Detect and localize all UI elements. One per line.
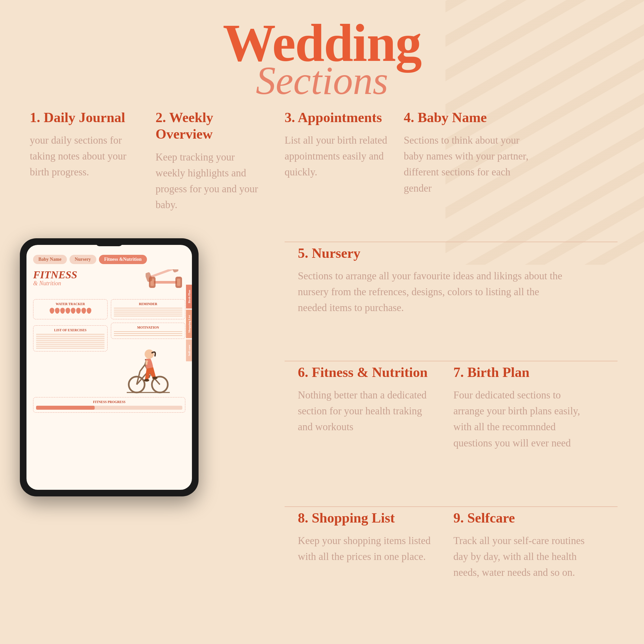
reminder-line-2 bbox=[114, 310, 182, 310]
section-9-title: 9. Selfcare bbox=[453, 510, 592, 526]
ex-line-6 bbox=[36, 344, 105, 345]
tablet-content: FITNESS & Nutrition bbox=[26, 264, 192, 418]
water-drop-4 bbox=[66, 308, 70, 314]
ex-line-1 bbox=[36, 334, 105, 335]
divider-2 bbox=[285, 361, 618, 361]
section-3-desc: List all your birth related appointments… bbox=[285, 132, 391, 180]
svg-point-20 bbox=[144, 379, 149, 382]
fitness-subtitle: & Nutrition bbox=[33, 280, 77, 287]
reminder-line-3 bbox=[114, 312, 182, 312]
reminder-line-1 bbox=[114, 308, 182, 308]
ex-line-8 bbox=[36, 348, 105, 348]
section-1: 1. Daily Journal your daily sections for… bbox=[30, 109, 142, 180]
svg-point-21 bbox=[152, 377, 158, 379]
motivation-box: MOTIVATION bbox=[111, 323, 185, 339]
section-4-desc: Sections to think about your baby names … bbox=[404, 132, 529, 196]
section-9: 9. Selfcare Track all your self-care rou… bbox=[453, 510, 592, 581]
reminder-label: REMINDER bbox=[114, 302, 182, 306]
water-drop-1 bbox=[50, 308, 54, 314]
side-tab-selfcare[interactable]: Self-care bbox=[186, 340, 192, 361]
reminder-line-5 bbox=[114, 316, 182, 316]
water-drop-2 bbox=[55, 308, 60, 314]
section-3: 3. Appointments List all your birth rela… bbox=[285, 109, 391, 180]
svg-point-19 bbox=[145, 349, 154, 359]
svg-rect-0 bbox=[152, 281, 179, 284]
ex-line-4 bbox=[36, 340, 105, 341]
tablet-notch bbox=[96, 242, 122, 246]
section-2-desc: Keep tracking your weekly highlights and… bbox=[156, 149, 261, 213]
section-6-title: 6. Fitness & Nutrition bbox=[298, 364, 437, 381]
section-3-title: 3. Appointments bbox=[285, 109, 391, 126]
water-drop-6 bbox=[76, 308, 81, 314]
exercise-motivation-row: LIST OF EXERCISES bbox=[33, 323, 185, 394]
reminder-lines bbox=[114, 308, 182, 316]
exercise-label: LIST OF EXERCISES bbox=[36, 328, 105, 332]
progress-label: FITNESS PROGRESS bbox=[36, 400, 182, 404]
divider-3 bbox=[285, 506, 618, 507]
ex-line-7 bbox=[36, 346, 105, 346]
svg-rect-4 bbox=[177, 279, 180, 286]
ex-line-5 bbox=[36, 342, 105, 343]
reminder-line-4 bbox=[114, 314, 182, 314]
side-tab-shopping-list[interactable]: Shopping List bbox=[186, 310, 192, 338]
tab-nursery[interactable]: Nursery bbox=[69, 255, 96, 264]
section-9-desc: Track all your self-care routines day by… bbox=[453, 533, 592, 580]
section-5-desc: Sections to arrange all your favourite i… bbox=[298, 268, 563, 316]
header: Wedding Sections bbox=[0, 17, 644, 99]
water-icons bbox=[36, 308, 105, 314]
section-2: 2. Weekly Overview Keep tracking your we… bbox=[156, 109, 261, 213]
section-7: 7. Birth Plan Four dedicated sections to… bbox=[453, 364, 592, 451]
section-4: 4. Baby Name Sections to think about you… bbox=[404, 109, 529, 196]
section-6-desc: Nothing better than a dedicated section … bbox=[298, 387, 437, 435]
progress-bar-bg bbox=[36, 406, 182, 410]
section-7-title: 7. Birth Plan bbox=[453, 364, 592, 381]
mot-line-1 bbox=[114, 331, 182, 332]
section-5: 5. Nursery Sections to arrange all your … bbox=[298, 245, 563, 316]
exercise-box: LIST OF EXERCISES bbox=[33, 325, 108, 351]
tab-baby-name[interactable]: Baby Name bbox=[33, 255, 67, 264]
section-1-desc: your daily sections for taking notes abo… bbox=[30, 132, 142, 180]
section-8-desc: Keep your shopping items listed with all… bbox=[298, 533, 437, 565]
side-tab-birth-plan[interactable]: Birth Plan bbox=[186, 285, 192, 308]
section-1-title: 1. Daily Journal bbox=[30, 109, 142, 126]
water-tracker-box: WATER TRACKER bbox=[33, 299, 108, 319]
section-2-title: 2. Weekly Overview bbox=[156, 109, 261, 143]
page: Wedding Sections 1. Daily Journal your d… bbox=[0, 0, 644, 644]
mot-line-3 bbox=[114, 335, 182, 336]
water-drop-8 bbox=[87, 308, 91, 314]
section-8: 8. Shopping List Keep your shopping item… bbox=[298, 510, 437, 565]
svg-rect-5 bbox=[149, 269, 175, 278]
section-4-title: 4. Baby Name bbox=[404, 109, 529, 126]
reminder-box: REMINDER bbox=[111, 299, 185, 319]
tablet-mockup-container: Baby Name Nursery Fitness &Nutrition FIT… bbox=[20, 232, 205, 513]
fitness-title: FITNESS bbox=[33, 269, 77, 280]
progress-box: FITNESS PROGRESS bbox=[33, 397, 185, 413]
section-5-title: 5. Nursery bbox=[298, 245, 563, 261]
title-sections: Sections bbox=[0, 63, 644, 99]
svg-line-13 bbox=[140, 365, 145, 371]
water-drop-5 bbox=[71, 308, 75, 314]
divider-1 bbox=[285, 242, 618, 242]
dumbbell-icon bbox=[146, 269, 185, 296]
water-drop-3 bbox=[60, 308, 65, 314]
tab-fitness-nutrition[interactable]: Fitness &Nutrition bbox=[99, 255, 147, 264]
tablet-device: Baby Name Nursery Fitness &Nutrition FIT… bbox=[20, 238, 199, 496]
ex-line-3 bbox=[36, 338, 105, 339]
ex-line-2 bbox=[36, 336, 105, 337]
section-7-desc: Four dedicated sections to arrange your … bbox=[453, 387, 592, 451]
progress-bar-fill bbox=[36, 406, 95, 410]
tablet-screen: Baby Name Nursery Fitness &Nutrition FIT… bbox=[26, 245, 192, 490]
water-tracker-label: WATER TRACKER bbox=[36, 302, 105, 306]
motivation-lines bbox=[114, 331, 182, 336]
mot-line-2 bbox=[114, 333, 182, 334]
tablet-tabs: Baby Name Nursery Fitness &Nutrition bbox=[26, 245, 192, 264]
section-8-title: 8. Shopping List bbox=[298, 510, 437, 526]
tracker-row: WATER TRACKER bbox=[33, 299, 185, 319]
exercise-lines bbox=[36, 334, 105, 348]
tablet-side-tabs: Birth Plan Shopping List Self-care bbox=[186, 285, 192, 361]
motivation-label: MOTIVATION bbox=[114, 326, 182, 329]
cyclist-illustration bbox=[111, 342, 185, 394]
water-drop-7 bbox=[81, 308, 86, 314]
section-6: 6. Fitness & Nutrition Nothing better th… bbox=[298, 364, 437, 435]
